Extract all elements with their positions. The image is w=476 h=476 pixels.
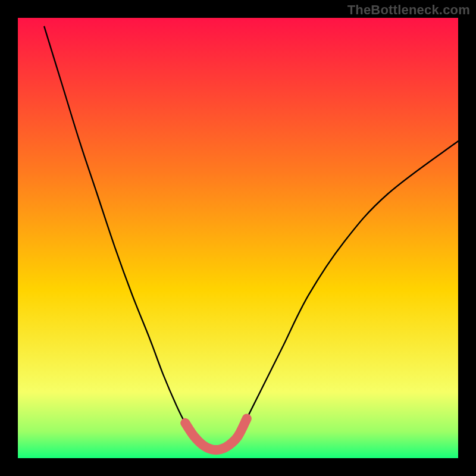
bottleneck-chart — [0, 0, 476, 476]
chart-stage: TheBottleneck.com — [0, 0, 476, 476]
watermark-text: TheBottleneck.com — [347, 2, 470, 18]
plot-background — [18, 18, 458, 458]
